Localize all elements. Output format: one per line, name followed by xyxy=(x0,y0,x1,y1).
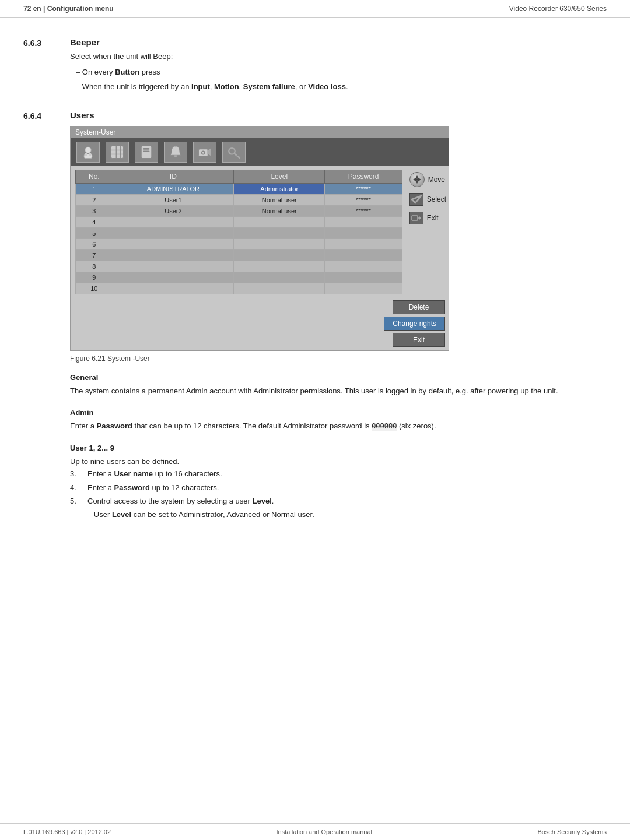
toolbar-icon-1[interactable] xyxy=(76,142,100,163)
col-no: No. xyxy=(76,170,113,184)
table-row[interactable]: 5 xyxy=(76,228,402,239)
cell-level xyxy=(234,250,325,261)
cell-password: ****** xyxy=(325,195,402,206)
user-level-note: User Level can be set to Administrator, … xyxy=(88,508,607,521)
svg-marker-17 xyxy=(208,148,211,156)
footer-center: Installation and Operation manual xyxy=(276,828,372,835)
section-664-title: Users xyxy=(70,110,607,120)
cell-id xyxy=(113,239,233,250)
move-button[interactable]: Move xyxy=(410,171,446,188)
cell-id xyxy=(113,272,233,283)
section-663-intro: Select when the unit will Beep: xyxy=(70,51,607,63)
admin-text: Enter a Password that can be up to 12 ch… xyxy=(70,420,607,433)
svg-rect-11 xyxy=(144,151,150,153)
section-664: 6.6.4 Users System-User xyxy=(23,110,607,521)
footer-right: Bosch Security Systems xyxy=(537,828,607,835)
beeper-item-1: On every Button press xyxy=(76,65,607,80)
table-row[interactable]: 3User2Normal user****** xyxy=(76,206,402,217)
system-user-panel-title: System-User xyxy=(71,126,449,138)
select-label: Select xyxy=(427,195,446,203)
table-row[interactable]: 8 xyxy=(76,261,402,272)
svg-marker-26 xyxy=(412,196,421,203)
cell-level xyxy=(234,228,325,239)
svg-point-13 xyxy=(174,146,177,148)
toolbar-icon-6[interactable] xyxy=(222,142,246,163)
table-row[interactable]: 7 xyxy=(76,250,402,261)
exit-side-icon xyxy=(410,212,424,224)
svg-rect-12 xyxy=(174,156,177,157)
table-row[interactable]: 6 xyxy=(76,239,402,250)
cell-id: User2 xyxy=(113,206,233,217)
exit-side-button[interactable]: Exit xyxy=(410,210,446,226)
svg-rect-4 xyxy=(111,146,124,159)
section-663-body: Beeper Select when the unit will Beep: O… xyxy=(70,37,607,94)
svg-point-0 xyxy=(85,147,92,154)
table-row[interactable]: 2User1Normal user****** xyxy=(76,195,402,206)
cell-level xyxy=(234,283,325,294)
svg-marker-23 xyxy=(413,178,416,181)
cell-password xyxy=(325,261,402,272)
exit-button[interactable]: Exit xyxy=(393,333,445,347)
table-row[interactable]: 1ADMINISTRATORAdministrator****** xyxy=(76,184,402,195)
cell-no: 1 xyxy=(76,184,113,195)
table-header-row: No. ID Level Password xyxy=(76,170,402,184)
admin-title: Admin xyxy=(70,408,607,417)
svg-point-25 xyxy=(416,178,418,181)
cell-no: 10 xyxy=(76,283,113,294)
admin-code: 000000 xyxy=(372,423,397,431)
cell-level: Normal user xyxy=(234,206,325,217)
svg-marker-24 xyxy=(418,178,421,181)
section-663-list: On every Button press When the unit is t… xyxy=(70,65,607,94)
col-id: ID xyxy=(113,170,233,184)
move-label: Move xyxy=(428,175,445,184)
cell-level xyxy=(234,217,325,228)
user-step-5: 5.Control access to the system by select… xyxy=(70,495,607,507)
cell-no: 8 xyxy=(76,261,113,272)
side-controls: Move Select xyxy=(407,166,449,298)
system-user-panel: System-User xyxy=(70,126,449,351)
section-664-body: Users System-User xyxy=(70,110,607,521)
user-subsection: User 1, 2... 9 Up to nine users can be d… xyxy=(70,444,607,521)
delete-button[interactable]: Delete xyxy=(393,300,445,314)
beeper-item-2: When the unit is triggered by an Input, … xyxy=(76,80,607,94)
page-header: 72 en | Configuration menu Video Recorde… xyxy=(0,0,630,18)
user-table: No. ID Level Password 1ADMINISTRATORAdmi… xyxy=(75,170,402,294)
select-icon xyxy=(410,193,424,206)
user-step-3: 3.Enter a User name up to 16 characters. xyxy=(70,468,607,480)
svg-line-20 xyxy=(237,155,238,156)
cell-id xyxy=(113,261,233,272)
table-row[interactable]: 9 xyxy=(76,272,402,283)
toolbar-icon-5[interactable] xyxy=(193,142,216,163)
cell-id: User1 xyxy=(113,195,233,206)
section-663: 6.6.3 Beeper Select when the unit will B… xyxy=(23,37,607,94)
svg-rect-10 xyxy=(144,148,150,150)
section-663-number: 6.6.3 xyxy=(23,37,70,94)
user-step-4: 4.Enter a Password up to 12 characters. xyxy=(70,481,607,494)
bottom-buttons: Delete Change rights Exit xyxy=(71,298,449,350)
table-row[interactable]: 10 xyxy=(76,283,402,294)
general-title: General xyxy=(70,373,607,382)
toolbar-icon-2[interactable] xyxy=(106,142,129,163)
cell-level xyxy=(234,272,325,283)
col-password: Password xyxy=(325,170,402,184)
page-content: 6.6.3 Beeper Select when the unit will B… xyxy=(0,18,630,561)
footer-left: F.01U.169.663 | v2.0 | 2012.02 xyxy=(23,828,111,835)
toolbar-icon-3[interactable] xyxy=(135,142,158,163)
table-row[interactable]: 4 xyxy=(76,217,402,228)
select-button[interactable]: Select xyxy=(410,192,446,207)
svg-rect-2 xyxy=(85,153,88,156)
user-section-title: User 1, 2... 9 xyxy=(70,444,607,452)
cell-no: 3 xyxy=(76,206,113,217)
cell-no: 4 xyxy=(76,217,113,228)
svg-point-16 xyxy=(202,152,205,154)
toolbar-icon-4[interactable] xyxy=(164,142,187,163)
table-area: No. ID Level Password 1ADMINISTRATORAdmi… xyxy=(71,166,407,298)
user-numbered-list: 3.Enter a User name up to 16 characters.… xyxy=(70,468,607,507)
cell-no: 5 xyxy=(76,228,113,239)
section-663-title: Beeper xyxy=(70,37,607,47)
admin-password-bold: Password xyxy=(97,421,132,430)
header-left: 72 en | Configuration menu xyxy=(23,5,114,13)
svg-rect-3 xyxy=(89,153,92,156)
change-rights-button[interactable]: Change rights xyxy=(384,317,445,331)
cell-password xyxy=(325,283,402,294)
